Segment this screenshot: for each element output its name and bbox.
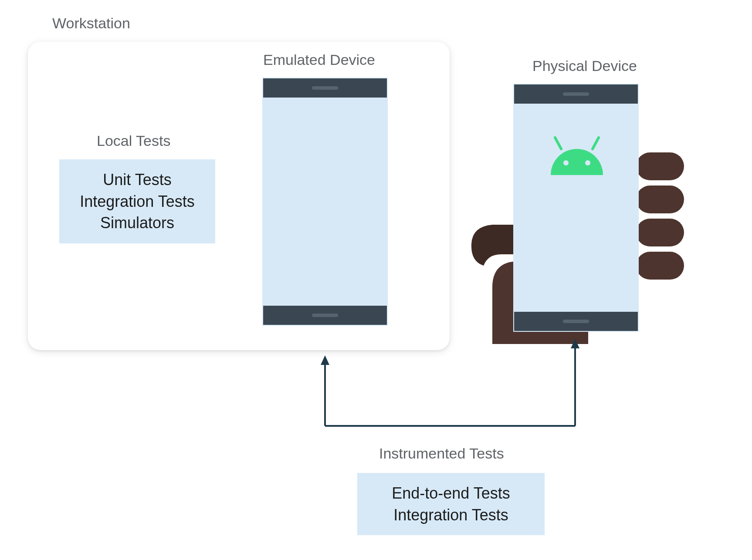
instrumented-tests-line1: End-to-end Tests [362, 482, 540, 504]
instrumented-tests-label: Instrumented Tests [379, 445, 504, 462]
svg-marker-12 [571, 339, 579, 348]
instrumented-tests-box: End-to-end Tests Integration Tests [357, 473, 545, 535]
svg-marker-11 [321, 355, 329, 365]
instrumented-tests-line2: Integration Tests [362, 504, 540, 526]
